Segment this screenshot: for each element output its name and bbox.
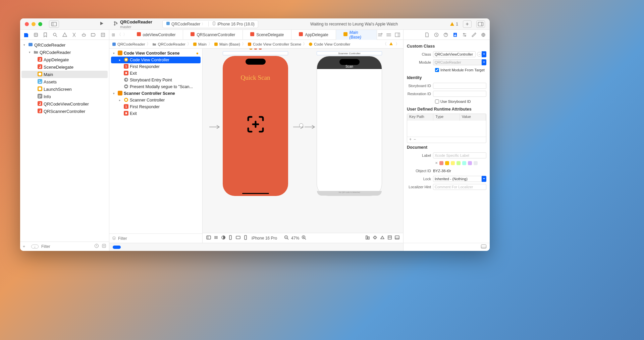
lock-dropdown[interactable] (482, 176, 486, 182)
outline-item[interactable]: Present Modally segue to "Scan... (111, 83, 201, 90)
jump-back[interactable]: 〈 (382, 41, 388, 47)
history-inspector-tab[interactable] (433, 32, 439, 38)
file-inspector-tab[interactable] (424, 32, 430, 38)
module-dropdown[interactable] (482, 59, 486, 65)
localizer-field[interactable]: Comment For Localizer (433, 184, 486, 190)
canvas-zoom-label[interactable]: 47% (291, 236, 299, 241)
outline-item[interactable]: Exit (111, 110, 201, 117)
segue-node[interactable] (299, 123, 303, 127)
tab-nav-back[interactable]: 〈 (117, 32, 121, 38)
scene2-title-bar[interactable]: Scanner Controller (317, 51, 382, 55)
editor-adjust-button[interactable] (377, 32, 383, 38)
run-button[interactable] (99, 21, 104, 27)
tab-appdelegate[interactable]: AppDelegate (291, 30, 336, 40)
appearance-button[interactable] (221, 235, 226, 241)
outline-item[interactable]: ▸Code View Controller (111, 57, 201, 63)
bookmark-nav-tab[interactable] (43, 32, 48, 38)
scheme-bar[interactable]: QRCodeReader 〉 iPhone 16 Pro (18.0) (162, 20, 258, 28)
jump-crumb-1[interactable]: QRCodeReader (152, 42, 185, 46)
attributes-inspector-tab[interactable] (462, 32, 468, 38)
restoration-id-field[interactable] (433, 91, 486, 97)
inherit-module-checkbox[interactable] (435, 68, 439, 72)
tab-odeviewcontroller[interactable]: odeViewController (129, 30, 183, 40)
class-field[interactable]: QRCodeViewController (433, 51, 476, 57)
embed-button[interactable] (387, 235, 392, 241)
jump-crumb-0[interactable]: QRCodeReader (112, 42, 145, 46)
tab-main-base-[interactable]: Main (Base) (336, 30, 377, 40)
outline-scene-0[interactable]: ▾Code View Controller Scene● (111, 50, 201, 57)
tab-scenedelegate[interactable]: SceneDelegate (243, 30, 291, 40)
orientation-button[interactable] (228, 235, 233, 241)
size-inspector-tab[interactable] (471, 32, 477, 38)
zoom-dot[interactable] (38, 22, 42, 26)
storyboard-id-field[interactable] (433, 83, 486, 89)
attr-add-button[interactable]: + (409, 137, 412, 143)
adjust-editor-button[interactable] (213, 235, 219, 241)
tree-item-info[interactable]: Info (21, 93, 108, 100)
class-dropdown[interactable] (482, 51, 486, 57)
breakpoint-nav-tab[interactable] (91, 32, 96, 38)
scm-filter-button[interactable] (102, 244, 106, 249)
outline-item[interactable]: Exit (111, 70, 201, 77)
scene1-phone[interactable]: Quick Scan (223, 56, 288, 196)
doc-label-field[interactable]: Xcode Specific Label (433, 152, 486, 158)
attr-remove-button[interactable]: − (414, 137, 416, 143)
find-nav-tab[interactable] (52, 32, 58, 38)
tree-folder[interactable]: ▾ QRCodeReader (21, 49, 108, 56)
outline-item[interactable]: ▸Scanner Controller (111, 97, 201, 104)
debug-nav-tab[interactable] (81, 32, 87, 38)
outline-toggle-button[interactable] (206, 235, 211, 241)
scheme-device[interactable]: iPhone 16 Pro (18.0) (208, 21, 258, 26)
identity-inspector-tab[interactable] (452, 32, 458, 38)
debug-pill[interactable] (113, 246, 121, 249)
tree-item-scenedelegate[interactable]: SceneDelegate (21, 63, 108, 71)
jump-crumb-3[interactable]: Main (Base) (214, 42, 240, 46)
add-file-button[interactable]: + (23, 244, 29, 249)
zoom-in-button[interactable] (301, 235, 307, 241)
ib-canvas[interactable]: Quick Scan (203, 49, 403, 233)
scene2-phone[interactable]: Scan No QR code is detected (317, 56, 382, 196)
runtime-attrs-table[interactable]: Key Path Type Value +− (407, 114, 486, 143)
filter-scope-button[interactable]: ⌄ (31, 245, 39, 249)
editor-split-button[interactable] (394, 32, 400, 38)
source-control-nav-tab[interactable] (33, 32, 39, 38)
add-tab-button[interactable]: + (463, 20, 472, 28)
jump-crumb-2[interactable]: Main (193, 42, 207, 46)
minimize-dot[interactable] (32, 22, 36, 26)
outline-item[interactable]: 1First Responder (111, 104, 201, 110)
jump-fwd[interactable]: 〉 (394, 41, 400, 47)
outline-filter-input[interactable] (118, 236, 200, 241)
tree-item-launchscreen[interactable]: LaunchScreen (21, 85, 108, 93)
test-nav-tab[interactable] (71, 32, 77, 38)
outline-item[interactable]: Storyboard Entry Point (111, 77, 201, 83)
scheme-target[interactable]: QRCodeReader 〉 (163, 21, 208, 26)
class-jump-button[interactable]: → (477, 52, 482, 57)
tree-item-qrscannercontroller[interactable]: QRScannerController (21, 108, 108, 115)
use-storyboard-id-checkbox[interactable] (435, 99, 439, 104)
navigator-toggle-button[interactable] (49, 20, 59, 28)
align-button[interactable] (365, 235, 370, 241)
report-nav-tab[interactable] (100, 32, 106, 38)
tree-item-qrcodeviewcontroller[interactable]: QRCodeViewController (21, 100, 108, 108)
pin-button[interactable] (372, 235, 378, 241)
scene1-title-bar[interactable] (223, 51, 288, 55)
lock-field[interactable]: Inherited - (Nothing) (433, 176, 482, 182)
close-dot[interactable] (25, 22, 29, 26)
editor-options-button[interactable] (386, 32, 392, 38)
connections-inspector-tab[interactable] (480, 32, 486, 38)
outline-item[interactable]: 1First Responder (111, 63, 201, 70)
zoom-out-button[interactable] (284, 235, 289, 241)
issue-nav-tab[interactable] (62, 32, 67, 38)
device-select-button[interactable] (243, 235, 248, 241)
jump-crumb-5[interactable]: Code View Controller (309, 42, 350, 46)
tree-item-main[interactable]: Main (21, 71, 108, 78)
recent-button[interactable] (94, 244, 99, 249)
doc-color-swatches[interactable]: ✕ (407, 160, 486, 166)
jump-warning-icon[interactable] (389, 42, 393, 47)
tab-qrscannercontroller[interactable]: QRScannerController (183, 30, 243, 40)
inspector-panel-toggle[interactable] (481, 245, 486, 250)
module-field[interactable]: QRCodeReader (433, 59, 482, 65)
library-button[interactable] (394, 235, 400, 241)
jump-crumb-4[interactable]: Code View Controller Scene (248, 42, 301, 46)
navigator-filter-input[interactable] (41, 244, 92, 249)
